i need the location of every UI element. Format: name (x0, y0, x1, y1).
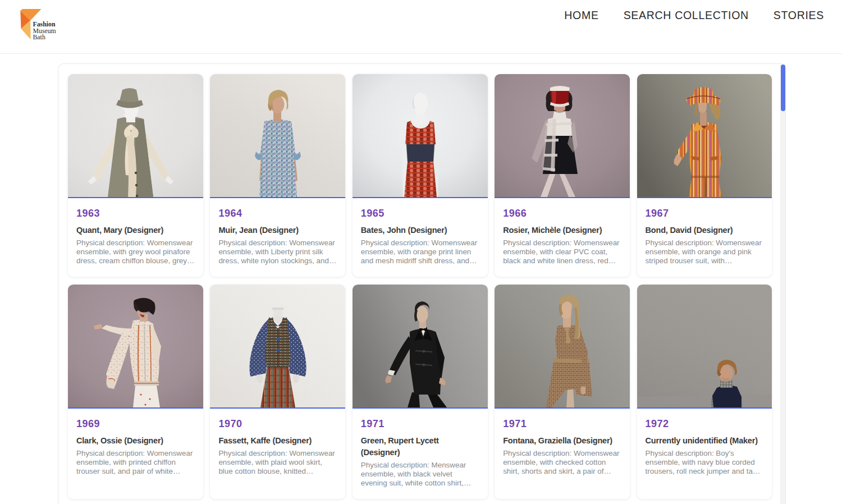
svg-text:Bath: Bath (33, 33, 45, 40)
